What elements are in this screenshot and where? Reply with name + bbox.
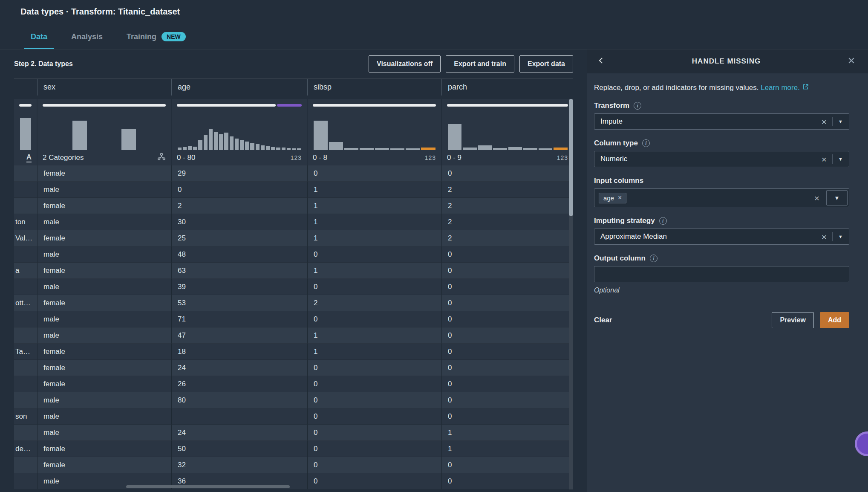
table-row[interactable]: ott…female5320 — [14, 295, 573, 311]
table-row[interactable]: male3900 — [14, 279, 573, 295]
histogram-bar — [493, 148, 507, 150]
tab-label: Data — [31, 32, 47, 41]
info-icon[interactable]: i — [642, 139, 650, 147]
histogram-bar — [20, 118, 31, 150]
cell-name: de… — [14, 441, 37, 457]
table-row[interactable]: female2900 — [14, 165, 573, 182]
cell-sex: female — [37, 344, 172, 360]
back-button[interactable] — [597, 57, 605, 66]
clear-selection-icon[interactable]: × — [814, 194, 819, 203]
clear-selection-icon[interactable]: × — [822, 117, 827, 126]
cell-parch: 0 — [442, 327, 573, 344]
imputing-strategy-select[interactable]: Approximate Median × ▼ — [594, 229, 849, 245]
clear-selection-icon[interactable]: × — [822, 232, 827, 241]
table-row[interactable]: female2400 — [14, 360, 573, 376]
cell-age: 47 — [172, 327, 308, 344]
cell-name — [14, 392, 37, 408]
histogram-bar — [282, 148, 285, 150]
close-button[interactable] — [848, 57, 855, 66]
transform-select[interactable]: Impute × ▼ — [594, 113, 849, 130]
cell-age: 80 — [172, 392, 308, 408]
cell-name — [14, 360, 37, 376]
tab-data[interactable]: Data — [24, 32, 54, 49]
table-row[interactable]: male7100 — [14, 311, 573, 327]
chevron-down-icon[interactable]: ▼ — [838, 119, 843, 124]
table-row[interactable]: Val…female2512 — [14, 230, 573, 246]
clear-button[interactable]: Clear — [594, 316, 612, 324]
chevron-down-icon[interactable]: ▼ — [838, 234, 843, 239]
column-summary-name[interactable]: A — [14, 99, 37, 165]
remove-tag-icon[interactable]: × — [618, 194, 622, 201]
table-row[interactable]: male3600 — [14, 473, 573, 489]
table-row[interactable]: female3200 — [14, 457, 573, 473]
toolbar-buttons: Visualizations offExport and trainExport… — [369, 55, 573, 72]
info-icon[interactable]: i — [634, 102, 641, 110]
table-row[interactable]: sonmale00 — [14, 408, 573, 425]
table-row[interactable]: de…female5001 — [14, 441, 573, 457]
info-icon[interactable]: i — [659, 217, 667, 225]
column-name: age — [178, 83, 190, 92]
table-row[interactable]: afemale6310 — [14, 263, 573, 279]
cell-age: 48 — [172, 246, 308, 263]
tab-label: Training — [127, 32, 156, 41]
cell-sibsp: 1 — [308, 214, 442, 230]
table-row[interactable]: Ta…female1810 — [14, 344, 573, 360]
table-row[interactable]: tonmale3012 — [14, 214, 573, 230]
column-header-parch[interactable]: parch — [442, 79, 573, 96]
cell-sex: female — [37, 295, 172, 311]
chevron-down-icon[interactable]: ▼ — [838, 156, 843, 162]
column-label-row: 0 - 80123 — [177, 150, 302, 165]
table-row[interactable]: male2401 — [14, 425, 573, 441]
cell-sibsp: 1 — [308, 230, 442, 246]
column-header-sex[interactable]: sex — [37, 79, 172, 96]
vertical-scrollbar-thumb[interactable] — [569, 99, 573, 216]
column-header-sibsp[interactable]: sibsp — [308, 79, 442, 96]
histogram-slot — [281, 111, 286, 150]
column-header-age[interactable]: age — [172, 79, 308, 96]
vertical-scrollbar[interactable] — [569, 99, 573, 489]
horizontal-scrollbar[interactable] — [126, 485, 290, 488]
expand-options-button[interactable]: ▼ — [826, 190, 848, 205]
page-title: Data types · Transform: Titanic_dataset — [20, 7, 180, 17]
table-row[interactable]: female2600 — [14, 376, 573, 392]
export-data-button[interactable]: Export data — [519, 55, 573, 72]
imputing-strategy-label: Imputing strategy — [594, 217, 655, 225]
histogram-bar — [178, 148, 182, 150]
horizontal-scrollbar-thumb[interactable] — [126, 485, 290, 488]
info-icon[interactable]: i — [650, 255, 657, 262]
preview-button[interactable]: Preview — [772, 312, 813, 328]
learn-more-link[interactable]: Learn more. — [761, 84, 809, 92]
input-column-tag[interactable]: age× — [599, 193, 626, 203]
table-row[interactable]: male4800 — [14, 246, 573, 263]
export-and-train-button[interactable]: Export and train — [446, 55, 514, 72]
input-columns-tags: age× — [599, 193, 814, 203]
tab-analysis[interactable]: Analysis — [64, 32, 110, 49]
histogram-bar — [448, 124, 462, 150]
cell-parch: 2 — [442, 230, 573, 246]
column-summary-sex[interactable]: 2 Categories — [37, 99, 172, 165]
column-summary-sibsp[interactable]: 0 - 8123 — [308, 99, 442, 165]
histogram-bar — [250, 143, 254, 150]
histogram-slot — [255, 111, 260, 150]
column-header-name[interactable] — [14, 79, 37, 96]
tab-training[interactable]: TrainingNEW — [120, 32, 193, 49]
table-row[interactable]: male4710 — [14, 327, 573, 344]
clear-selection-icon[interactable]: × — [822, 155, 827, 164]
cell-parch: 0 — [442, 473, 573, 489]
visualizations-off-button[interactable]: Visualizations off — [369, 55, 441, 72]
output-column-input[interactable] — [594, 266, 849, 282]
histogram-slot — [477, 111, 493, 150]
column-summary-parch[interactable]: 0 - 9123 — [442, 99, 573, 165]
table-row[interactable]: male8000 — [14, 392, 573, 408]
cell-name: ton — [14, 214, 37, 230]
cell-sibsp: 1 — [308, 182, 442, 198]
cell-sibsp: 0 — [308, 376, 442, 392]
column-type-select[interactable]: Numeric × ▼ — [594, 151, 849, 167]
table-row[interactable]: male012 — [14, 182, 573, 198]
column-summary-age[interactable]: 0 - 80123 — [172, 99, 308, 165]
cell-parch: 0 — [442, 165, 573, 182]
table-row[interactable]: female212 — [14, 198, 573, 214]
input-columns-multiselect[interactable]: age× × ▼ — [594, 188, 849, 207]
add-button[interactable]: Add — [820, 312, 849, 328]
quality-bar — [313, 104, 436, 107]
